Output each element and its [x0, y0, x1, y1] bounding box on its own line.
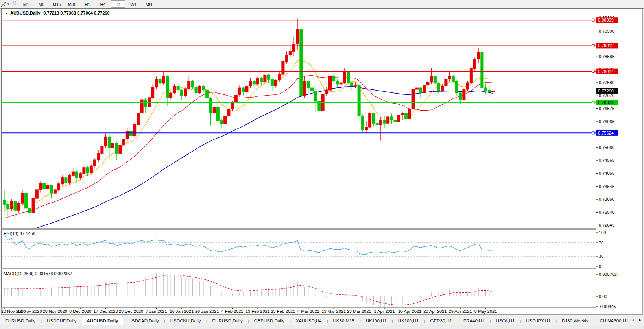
bull-candle: [275, 80, 277, 86]
date-tick-label: 26 Jan 2021: [195, 309, 219, 314]
chart-tab-uk100-h1[interactable]: UK100,H1: [393, 316, 424, 325]
price-tick-label: 0.74565: [599, 158, 614, 163]
bull-candle: [198, 86, 201, 93]
bear-candle: [481, 52, 483, 88]
bear-candle: [437, 83, 440, 91]
bear-candle: [452, 76, 454, 81]
bear-candle: [332, 76, 335, 81]
bull-candle: [343, 72, 346, 83]
bear-candle: [216, 107, 219, 121]
bull-candle: [57, 184, 60, 190]
bull-candle: [408, 109, 411, 118]
bull-candle: [369, 113, 371, 127]
level-line-anchor[interactable]: [592, 70, 594, 73]
bull-candle: [122, 139, 125, 145]
bull-candle: [170, 93, 172, 98]
bull-candle: [83, 168, 85, 174]
tab-scroll-left-icon[interactable]: ◄: [631, 318, 635, 322]
bull-candle: [227, 109, 230, 116]
price-tick-label: 0.75060: [599, 145, 614, 150]
bull-candle: [17, 203, 20, 210]
macd-panel[interactable]: [2, 270, 596, 308]
chart-tab-eurusd-daily[interactable]: EURUSD,Daily: [207, 316, 247, 325]
bear-candle: [311, 88, 314, 91]
rsi-tick-label: 30: [599, 254, 603, 259]
bull-candle: [249, 81, 252, 86]
chart-tab-hk50-m15[interactable]: HK50,M15: [328, 316, 360, 325]
bull-candle: [104, 137, 107, 146]
bull-candle: [112, 143, 114, 148]
bull-candle: [293, 44, 295, 51]
date-tick-label: 28 Nov 2020: [43, 309, 67, 314]
price-level-tag-text: 0.80009: [598, 18, 614, 22]
level-line-anchor[interactable]: [592, 101, 594, 104]
rsi-panel[interactable]: [2, 230, 596, 268]
level-line-anchor[interactable]: [592, 44, 594, 47]
rsi-indicator-label: RSI(14) 47.1456: [4, 231, 35, 236]
chart-tab-usoil-h1[interactable]: USOil,H1: [491, 316, 520, 325]
bear-candle: [86, 168, 89, 173]
chart-tab-uk100-h1[interactable]: UK100,H1: [361, 316, 392, 325]
bull-candle: [387, 117, 389, 123]
bear-candle: [390, 117, 393, 120]
chart-tab-fra40-h1[interactable]: FRA40,H1: [458, 316, 490, 325]
price-tick-label: 0.77070: [599, 93, 614, 98]
bull-candle: [245, 86, 248, 92]
bear-candle: [484, 88, 487, 91]
bear-candle: [314, 91, 317, 101]
bull-candle: [415, 88, 418, 89]
bear-candle: [419, 88, 422, 93]
bull-candle: [426, 82, 429, 85]
chart-tab-usdcnh-daily[interactable]: USDCNH,Daily: [165, 316, 206, 325]
bear-candle: [358, 85, 360, 116]
date-tick-label: 19 Nov 2020: [17, 309, 42, 314]
price-chart[interactable]: 0.801000.795900.790850.785850.780800.775…: [0, 0, 644, 316]
bear-candle: [242, 88, 245, 92]
bear-candle: [115, 143, 118, 153]
bull-candle: [463, 89, 465, 100]
bull-candle: [94, 160, 96, 166]
bear-candle: [144, 100, 147, 107]
chart-tab-usdjpy-h1[interactable]: USDJPY,H1: [521, 316, 555, 325]
chart-tab-usdchf-daily[interactable]: USDCHF,Daily: [42, 316, 81, 325]
macd-tick-label: 0.008782: [599, 272, 617, 277]
bear-candle: [459, 93, 462, 100]
tab-scroll-right-icon[interactable]: ►: [638, 318, 642, 322]
chart-tab-china300-h1[interactable]: CHINA300,H1: [594, 316, 631, 325]
chart-tab-eurusd-daily[interactable]: EURUSD,Daily: [0, 316, 41, 325]
bull-candle: [46, 185, 49, 189]
chart-tab-audusd-daily[interactable]: AUDUSD,Daily: [82, 316, 124, 325]
bull-candle: [119, 145, 122, 154]
bear-candle: [65, 178, 67, 183]
date-tick-label: 23 Feb 2021: [271, 309, 295, 314]
bull-candle: [54, 190, 56, 193]
bear-candle: [405, 113, 408, 118]
date-tick-label: 13 Feb 2021: [245, 309, 270, 314]
price-level-tag-text: 0.75624: [598, 131, 614, 135]
level-line-anchor[interactable]: [592, 19, 594, 21]
bear-candle: [159, 79, 161, 83]
macd-tick-label: 0.00: [599, 294, 607, 299]
bull-candle: [148, 98, 151, 107]
bear-candle: [166, 76, 169, 98]
collapse-arrow-icon[interactable]: ▼: [5, 12, 8, 15]
chart-tab-bar: EURUSD,Daily|USDCHF,DailyAUDUSD,DailyUSD…: [0, 316, 631, 325]
bull-candle: [477, 52, 480, 59]
date-tick-label: 28 Dec 2020: [119, 309, 143, 314]
bear-candle: [76, 172, 78, 178]
bear-candle: [376, 123, 378, 124]
bear-candle: [271, 79, 273, 86]
chart-tab-dj30-weekly[interactable]: DJ30,Weekly: [557, 316, 594, 325]
bear-candle: [307, 81, 310, 88]
chart-tab-ger30-h1[interactable]: GER30,H1: [425, 316, 458, 325]
chart-tab-usdcad-daily[interactable]: USDCAD,Daily: [123, 316, 164, 325]
bull-candle: [234, 95, 237, 103]
bull-candle: [97, 153, 100, 160]
bear-candle: [267, 75, 270, 79]
level-line-anchor[interactable]: [592, 132, 594, 134]
chart-tab-xauusd-h4[interactable]: XAUUSD,H4: [291, 316, 327, 325]
chart-tab-gbpusd-daily[interactable]: GBPUSD,Daily: [249, 316, 290, 325]
bull-candle: [412, 89, 415, 109]
price-tick-label: 0.74055: [599, 171, 614, 176]
date-tick-label: 20 Apr 2021: [423, 309, 447, 314]
